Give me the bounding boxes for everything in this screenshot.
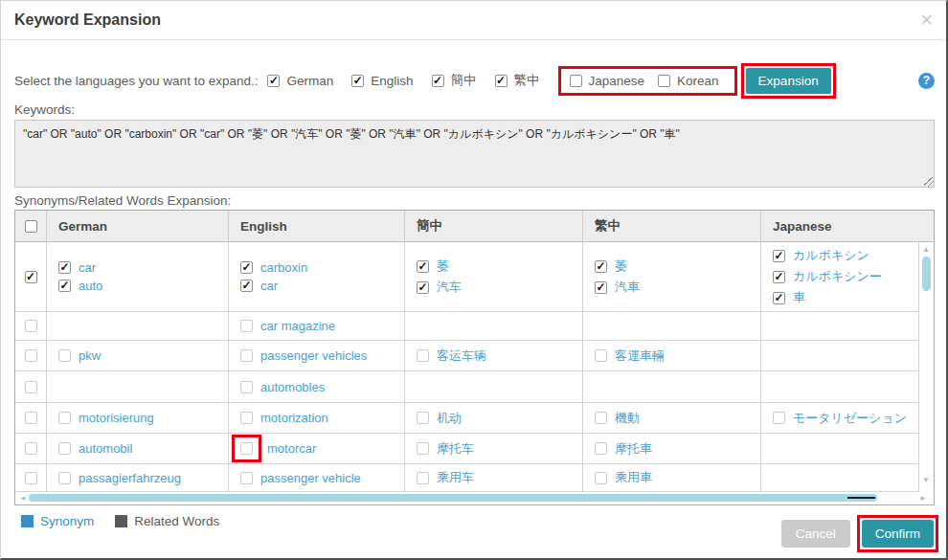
keyword-checkbox[interactable] [417,442,429,455]
cell-german: carauto [47,242,229,311]
row-select-checkbox[interactable] [25,320,37,332]
keyword-label: motorcar [267,441,316,456]
checkbox-icon[interactable] [432,75,444,87]
legend-item-synonym: Synonym [21,514,94,528]
keyword-checkbox[interactable] [595,349,607,362]
keyword-item: 摩托車 [595,440,760,458]
scroll-left-icon[interactable]: ◄ [19,494,27,503]
cell-german [47,312,229,340]
checkbox-icon[interactable] [658,75,670,87]
keyword-label: 萎 [615,258,627,275]
language-checkbox-korean[interactable]: Korean [658,74,719,88]
language-checkbox-traditional-chinese[interactable]: 繁中 [495,72,540,89]
select-all-checkbox[interactable] [25,220,37,233]
keyword-checkbox[interactable] [58,442,71,455]
cell-english: automobles [229,371,405,402]
row-select-checkbox[interactable] [25,442,37,455]
keyword-checkbox[interactable] [595,412,607,424]
keyword-checkbox[interactable] [417,260,429,273]
scroll-up-icon[interactable]: ▲ [922,245,930,254]
row-select-cell [15,371,47,402]
cell-german: automobil [47,434,229,463]
horizontal-scrollbar[interactable]: ◄ ► [15,492,934,504]
keyword-checkbox[interactable] [240,412,253,424]
cell-ja [761,434,919,463]
vertical-scrollbar[interactable]: ▲ ▼ [919,242,934,492]
cell-chs: 机动 [405,403,583,433]
keyword-checkbox[interactable] [417,349,429,362]
row-select-checkbox[interactable] [25,271,37,283]
keyword-checkbox[interactable] [417,472,429,484]
language-checkbox-simplified-chinese[interactable]: 簡中 [432,72,477,89]
row-select-cell [15,403,47,433]
cell-english: passenger vehicle [229,464,405,491]
keyword-checkbox[interactable] [417,281,429,294]
keyword-checkbox[interactable] [773,292,785,304]
table-row: motorisierungmotorization机动機動モータリゼーション [15,403,919,434]
row-select-checkbox[interactable] [25,349,37,362]
scroll-right-icon[interactable]: ► [919,494,927,503]
keyword-label: passagierfahrzeug [79,471,181,485]
checkbox-icon[interactable] [267,75,280,87]
keyword-checkbox[interactable] [773,271,785,283]
keyword-item: 萎 [595,258,760,275]
keyword-checkbox[interactable] [240,320,253,332]
keyword-checkbox[interactable] [240,261,253,274]
confirm-button[interactable]: Confirm [862,520,934,548]
keyword-label: カルボキシンー [793,268,882,285]
checkbox-icon[interactable] [351,75,364,87]
cell-chs [405,371,583,402]
keyword-label: 機動 [615,410,640,427]
vertical-scrollbar-thumb[interactable] [922,257,931,291]
language-label: Korean [677,74,719,88]
help-icon[interactable]: ? [918,73,935,89]
language-checkbox-german[interactable]: German [267,74,333,88]
table-row: carautocarboxincar萎汽车萎汽車カルボキシンカルボキシンー車 [15,242,919,312]
language-row-label: Select the languages you want to expand.… [14,74,258,88]
keyword-checkbox[interactable] [58,261,71,274]
language-select-row: Select the languages you want to expand.… [14,61,935,100]
keyword-checkbox[interactable] [595,472,607,484]
horizontal-scrollbar-thumb[interactable] [29,494,877,502]
annotation-red-box-expansion: Expansion [741,63,836,99]
row-select-checkbox[interactable] [25,381,37,393]
scroll-down-icon[interactable]: ▼ [922,476,930,484]
checkbox-icon[interactable] [495,75,508,87]
cancel-button[interactable]: Cancel [781,520,850,548]
row-select-checkbox[interactable] [25,472,37,484]
keyword-checkbox[interactable] [240,280,253,292]
close-icon[interactable]: × [920,11,933,30]
row-select-checkbox[interactable] [25,412,37,424]
keyword-checkbox[interactable] [240,349,253,362]
keyword-checkbox[interactable] [240,472,253,484]
keyword-checkbox[interactable] [240,442,253,455]
keyword-label: 車 [793,289,805,306]
keyword-checkbox[interactable] [58,280,71,292]
keyword-item: 客运车辆 [417,347,582,365]
keyword-checkbox[interactable] [58,412,71,424]
keyword-checkbox[interactable] [595,442,607,455]
keyword-checkbox[interactable] [773,250,785,262]
keyword-checkbox[interactable] [58,349,71,362]
keyword-item: カルボキシンー [773,268,918,285]
cell-english: motorization [229,403,405,433]
expansion-button[interactable]: Expansion [746,68,831,94]
language-checkbox-japanese[interactable]: Japanese [570,74,645,88]
language-checkbox-english[interactable]: English [351,74,413,88]
keyword-checkbox[interactable] [595,281,607,294]
keyword-checkbox[interactable] [417,412,429,424]
keyword-label: pkw [79,348,101,363]
keywords-textarea[interactable]: "car" OR "auto" OR "carboxin" OR "car" O… [14,120,935,188]
keyword-checkbox[interactable] [773,412,785,424]
keyword-checkbox[interactable] [240,381,253,393]
cell-ja: モータリゼーション [761,403,919,433]
table-resize-mark [847,497,875,499]
cell-chs: 乘用车 [405,464,583,491]
checkbox-icon[interactable] [570,75,582,87]
column-header-simplified-chinese: 簡中 [405,211,583,241]
keyword-checkbox[interactable] [595,260,607,273]
keyword-checkbox[interactable] [58,472,71,484]
keyword-item: carboxin [240,260,404,275]
cell-german: pkw [47,341,229,370]
keyword-label: automobil [79,441,132,456]
